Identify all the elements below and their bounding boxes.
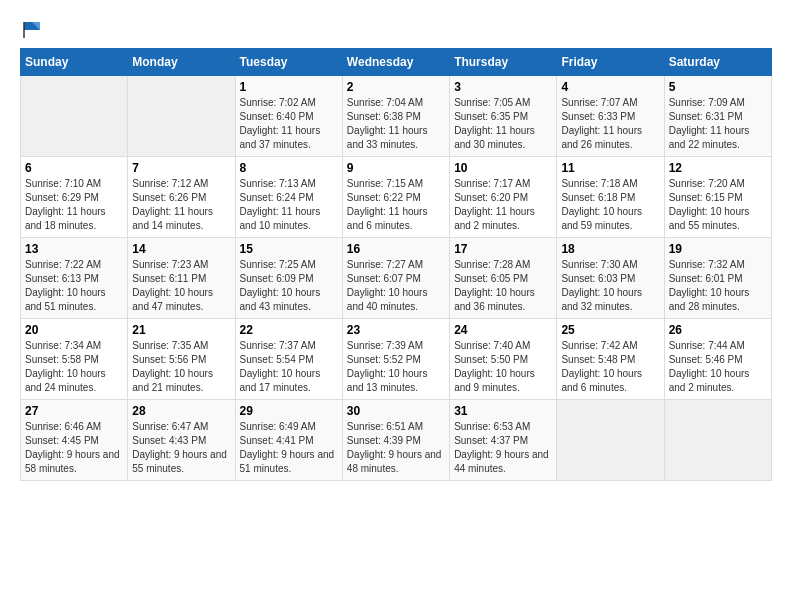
day-number: 23 <box>347 323 445 337</box>
day-info: Sunrise: 6:47 AMSunset: 4:43 PMDaylight:… <box>132 421 227 474</box>
day-info: Sunrise: 7:09 AMSunset: 6:31 PMDaylight:… <box>669 97 750 150</box>
calendar-cell <box>21 76 128 157</box>
calendar-cell: 21 Sunrise: 7:35 AMSunset: 5:56 PMDaylig… <box>128 319 235 400</box>
calendar-cell: 17 Sunrise: 7:28 AMSunset: 6:05 PMDaylig… <box>450 238 557 319</box>
day-info: Sunrise: 7:42 AMSunset: 5:48 PMDaylight:… <box>561 340 642 393</box>
day-number: 18 <box>561 242 659 256</box>
day-info: Sunrise: 7:27 AMSunset: 6:07 PMDaylight:… <box>347 259 428 312</box>
calendar-cell: 30 Sunrise: 6:51 AMSunset: 4:39 PMDaylig… <box>342 400 449 481</box>
day-info: Sunrise: 7:05 AMSunset: 6:35 PMDaylight:… <box>454 97 535 150</box>
calendar-week-row: 27 Sunrise: 6:46 AMSunset: 4:45 PMDaylig… <box>21 400 772 481</box>
day-info: Sunrise: 7:07 AMSunset: 6:33 PMDaylight:… <box>561 97 642 150</box>
day-number: 1 <box>240 80 338 94</box>
calendar-cell <box>128 76 235 157</box>
day-number: 19 <box>669 242 767 256</box>
day-number: 14 <box>132 242 230 256</box>
day-number: 24 <box>454 323 552 337</box>
day-number: 21 <box>132 323 230 337</box>
calendar-cell: 15 Sunrise: 7:25 AMSunset: 6:09 PMDaylig… <box>235 238 342 319</box>
day-info: Sunrise: 7:28 AMSunset: 6:05 PMDaylight:… <box>454 259 535 312</box>
day-info: Sunrise: 7:30 AMSunset: 6:03 PMDaylight:… <box>561 259 642 312</box>
calendar-cell: 8 Sunrise: 7:13 AMSunset: 6:24 PMDayligh… <box>235 157 342 238</box>
day-info: Sunrise: 7:25 AMSunset: 6:09 PMDaylight:… <box>240 259 321 312</box>
calendar-cell: 14 Sunrise: 7:23 AMSunset: 6:11 PMDaylig… <box>128 238 235 319</box>
calendar-cell: 16 Sunrise: 7:27 AMSunset: 6:07 PMDaylig… <box>342 238 449 319</box>
calendar-cell: 9 Sunrise: 7:15 AMSunset: 6:22 PMDayligh… <box>342 157 449 238</box>
day-number: 8 <box>240 161 338 175</box>
day-number: 7 <box>132 161 230 175</box>
day-info: Sunrise: 7:39 AMSunset: 5:52 PMDaylight:… <box>347 340 428 393</box>
day-number: 5 <box>669 80 767 94</box>
day-number: 29 <box>240 404 338 418</box>
day-number: 9 <box>347 161 445 175</box>
day-number: 27 <box>25 404 123 418</box>
calendar-cell <box>664 400 771 481</box>
day-number: 15 <box>240 242 338 256</box>
day-info: Sunrise: 7:37 AMSunset: 5:54 PMDaylight:… <box>240 340 321 393</box>
day-number: 11 <box>561 161 659 175</box>
calendar-cell: 23 Sunrise: 7:39 AMSunset: 5:52 PMDaylig… <box>342 319 449 400</box>
calendar-cell: 22 Sunrise: 7:37 AMSunset: 5:54 PMDaylig… <box>235 319 342 400</box>
calendar-header: SundayMondayTuesdayWednesdayThursdayFrid… <box>21 49 772 76</box>
page-header <box>20 20 772 38</box>
day-info: Sunrise: 7:18 AMSunset: 6:18 PMDaylight:… <box>561 178 642 231</box>
day-number: 3 <box>454 80 552 94</box>
calendar-cell: 2 Sunrise: 7:04 AMSunset: 6:38 PMDayligh… <box>342 76 449 157</box>
calendar-cell: 29 Sunrise: 6:49 AMSunset: 4:41 PMDaylig… <box>235 400 342 481</box>
calendar-cell <box>557 400 664 481</box>
day-info: Sunrise: 6:49 AMSunset: 4:41 PMDaylight:… <box>240 421 335 474</box>
day-number: 17 <box>454 242 552 256</box>
calendar-week-row: 20 Sunrise: 7:34 AMSunset: 5:58 PMDaylig… <box>21 319 772 400</box>
calendar-cell: 26 Sunrise: 7:44 AMSunset: 5:46 PMDaylig… <box>664 319 771 400</box>
day-info: Sunrise: 7:04 AMSunset: 6:38 PMDaylight:… <box>347 97 428 150</box>
day-info: Sunrise: 7:35 AMSunset: 5:56 PMDaylight:… <box>132 340 213 393</box>
day-info: Sunrise: 7:15 AMSunset: 6:22 PMDaylight:… <box>347 178 428 231</box>
weekday-header-row: SundayMondayTuesdayWednesdayThursdayFrid… <box>21 49 772 76</box>
day-info: Sunrise: 6:46 AMSunset: 4:45 PMDaylight:… <box>25 421 120 474</box>
calendar-cell: 1 Sunrise: 7:02 AMSunset: 6:40 PMDayligh… <box>235 76 342 157</box>
calendar-table: SundayMondayTuesdayWednesdayThursdayFrid… <box>20 48 772 481</box>
day-info: Sunrise: 7:22 AMSunset: 6:13 PMDaylight:… <box>25 259 106 312</box>
weekday-header-saturday: Saturday <box>664 49 771 76</box>
day-info: Sunrise: 7:34 AMSunset: 5:58 PMDaylight:… <box>25 340 106 393</box>
day-number: 6 <box>25 161 123 175</box>
day-number: 26 <box>669 323 767 337</box>
calendar-body: 1 Sunrise: 7:02 AMSunset: 6:40 PMDayligh… <box>21 76 772 481</box>
weekday-header-sunday: Sunday <box>21 49 128 76</box>
calendar-cell: 6 Sunrise: 7:10 AMSunset: 6:29 PMDayligh… <box>21 157 128 238</box>
calendar-cell: 3 Sunrise: 7:05 AMSunset: 6:35 PMDayligh… <box>450 76 557 157</box>
day-info: Sunrise: 6:51 AMSunset: 4:39 PMDaylight:… <box>347 421 442 474</box>
weekday-header-friday: Friday <box>557 49 664 76</box>
day-info: Sunrise: 7:44 AMSunset: 5:46 PMDaylight:… <box>669 340 750 393</box>
weekday-header-monday: Monday <box>128 49 235 76</box>
day-number: 2 <box>347 80 445 94</box>
calendar-cell: 10 Sunrise: 7:17 AMSunset: 6:20 PMDaylig… <box>450 157 557 238</box>
logo-flag-icon <box>22 20 42 38</box>
calendar-week-row: 13 Sunrise: 7:22 AMSunset: 6:13 PMDaylig… <box>21 238 772 319</box>
day-number: 12 <box>669 161 767 175</box>
calendar-week-row: 1 Sunrise: 7:02 AMSunset: 6:40 PMDayligh… <box>21 76 772 157</box>
day-number: 28 <box>132 404 230 418</box>
day-number: 4 <box>561 80 659 94</box>
logo <box>20 20 42 38</box>
calendar-cell: 4 Sunrise: 7:07 AMSunset: 6:33 PMDayligh… <box>557 76 664 157</box>
calendar-cell: 28 Sunrise: 6:47 AMSunset: 4:43 PMDaylig… <box>128 400 235 481</box>
day-number: 10 <box>454 161 552 175</box>
calendar-cell: 27 Sunrise: 6:46 AMSunset: 4:45 PMDaylig… <box>21 400 128 481</box>
day-number: 16 <box>347 242 445 256</box>
calendar-cell: 19 Sunrise: 7:32 AMSunset: 6:01 PMDaylig… <box>664 238 771 319</box>
day-info: Sunrise: 7:32 AMSunset: 6:01 PMDaylight:… <box>669 259 750 312</box>
day-info: Sunrise: 7:10 AMSunset: 6:29 PMDaylight:… <box>25 178 106 231</box>
day-number: 30 <box>347 404 445 418</box>
day-info: Sunrise: 6:53 AMSunset: 4:37 PMDaylight:… <box>454 421 549 474</box>
day-info: Sunrise: 7:12 AMSunset: 6:26 PMDaylight:… <box>132 178 213 231</box>
day-number: 25 <box>561 323 659 337</box>
calendar-cell: 18 Sunrise: 7:30 AMSunset: 6:03 PMDaylig… <box>557 238 664 319</box>
calendar-cell: 7 Sunrise: 7:12 AMSunset: 6:26 PMDayligh… <box>128 157 235 238</box>
day-number: 20 <box>25 323 123 337</box>
day-info: Sunrise: 7:20 AMSunset: 6:15 PMDaylight:… <box>669 178 750 231</box>
calendar-cell: 31 Sunrise: 6:53 AMSunset: 4:37 PMDaylig… <box>450 400 557 481</box>
calendar-cell: 25 Sunrise: 7:42 AMSunset: 5:48 PMDaylig… <box>557 319 664 400</box>
calendar-cell: 24 Sunrise: 7:40 AMSunset: 5:50 PMDaylig… <box>450 319 557 400</box>
calendar-cell: 11 Sunrise: 7:18 AMSunset: 6:18 PMDaylig… <box>557 157 664 238</box>
